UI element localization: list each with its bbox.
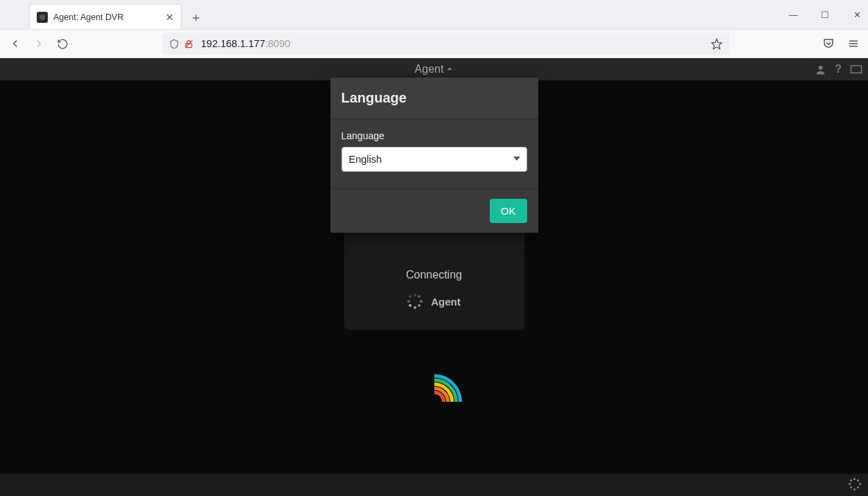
url-port: :8090 (265, 38, 290, 49)
app-brand-menu[interactable]: Agent (415, 63, 454, 76)
svg-marker-2 (711, 39, 721, 48)
shield-icon (169, 39, 179, 49)
fullscreen-icon[interactable] (850, 64, 862, 74)
back-button[interactable] (8, 37, 22, 51)
browser-tabstrip: Agent: Agent DVR ✕ ＋ — ☐ ✕ (0, 0, 868, 29)
language-select[interactable]: English (342, 147, 527, 172)
browser-toolbar: 192.168.1.177:8090 (0, 29, 868, 58)
status-label: Agent (431, 296, 461, 308)
bookmark-icon[interactable] (711, 38, 723, 50)
svg-point-6 (819, 65, 823, 69)
window-controls: — ☐ ✕ (785, 0, 865, 29)
footer-bar (0, 474, 868, 496)
close-icon[interactable]: ✕ (166, 12, 174, 22)
chevron-up-icon (446, 66, 453, 73)
page-content: Agent ? Connecting Agent (0, 58, 868, 496)
app-brand-label: Agent (415, 63, 444, 76)
user-icon[interactable] (815, 64, 826, 76)
tab-favicon (37, 12, 48, 23)
svg-rect-7 (851, 66, 862, 73)
reload-button[interactable] (55, 37, 69, 51)
security-indicator[interactable] (169, 39, 194, 49)
url-host: 192.168.1.177 (201, 38, 265, 49)
modal-title: Language (330, 78, 538, 119)
tab-title: Agent: Agent DVR (53, 12, 123, 22)
minimize-icon[interactable]: — (785, 10, 801, 20)
footer-spinner-icon (849, 478, 861, 490)
ok-button[interactable]: OK (490, 199, 527, 223)
window-close-icon[interactable]: ✕ (849, 10, 865, 20)
rainbow-logo (407, 374, 462, 423)
maximize-icon[interactable]: ☐ (817, 10, 833, 20)
language-field-label: Language (342, 130, 527, 141)
connecting-panel: Connecting Agent (344, 224, 524, 330)
forward-button (32, 37, 46, 51)
help-icon[interactable]: ? (835, 63, 842, 76)
new-tab-button[interactable]: ＋ (190, 11, 202, 29)
status-title: Connecting (351, 269, 517, 281)
lock-insecure-icon (184, 39, 194, 49)
menu-icon[interactable] (847, 37, 860, 50)
pocket-icon[interactable] (822, 37, 835, 50)
language-modal: Language Language English OK (330, 78, 538, 233)
url-text: 192.168.1.177:8090 (201, 38, 704, 49)
address-bar[interactable]: 192.168.1.177:8090 (162, 33, 729, 55)
spinner-icon (407, 294, 423, 309)
browser-tab[interactable]: Agent: Agent DVR ✕ (29, 4, 181, 29)
